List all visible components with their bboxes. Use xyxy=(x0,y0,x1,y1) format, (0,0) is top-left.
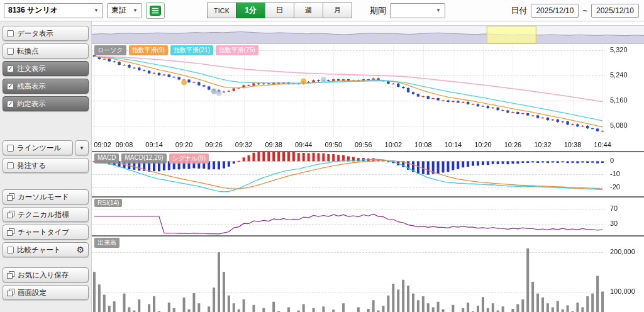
sidebar-spacer xyxy=(3,174,89,188)
checkbox-checked-icon: ✓ xyxy=(7,83,14,90)
windows-icon xyxy=(7,211,14,218)
date-label: 日付 xyxy=(511,5,527,16)
date-from-input[interactable] xyxy=(531,4,579,18)
timeframe-tick-button[interactable]: TICK xyxy=(207,3,236,18)
button-label: 比較チャート xyxy=(17,245,61,255)
chevron-down-icon: ▼ xyxy=(436,8,441,13)
volume-panel: 出来高 xyxy=(92,235,644,312)
time-axis xyxy=(92,138,644,151)
timeframe-day-button[interactable]: 日 xyxy=(265,3,294,18)
date-range-separator: ~ xyxy=(582,6,587,15)
sidebar-item-technical-indicators[interactable]: テクニカル指標 xyxy=(3,207,89,222)
windows-icon xyxy=(7,271,14,279)
date-to-input[interactable] xyxy=(591,4,639,18)
chevron-down-icon: ▼ xyxy=(133,8,138,13)
windows-icon xyxy=(7,193,14,201)
navigator-panel xyxy=(92,25,644,44)
date-range-group: 日付 ~ xyxy=(511,4,640,18)
stock-selector[interactable]: 8136 サンリオ ▼ xyxy=(4,3,103,18)
line-tool-dropdown-button[interactable]: ▼ xyxy=(75,140,89,155)
checkbox-icon xyxy=(7,247,14,254)
volume-chart[interactable] xyxy=(92,237,644,312)
checkbox-checked-icon: ✓ xyxy=(7,65,14,72)
timeframe-group: TICK 1分 日 週 月 xyxy=(208,3,352,18)
sidebar-item-balance-display[interactable]: ✓ 残高表示 xyxy=(3,79,89,94)
exchange-value: 東証 xyxy=(111,5,126,16)
sidebar-item-screen-settings[interactable]: 画面設定 xyxy=(3,285,89,300)
toolbar: 8136 サンリオ ▼ 東証 ▼ TICK 1分 日 週 月 期間 ▼ 日付 ~ xyxy=(0,0,644,21)
list-icon xyxy=(150,6,161,16)
period-label: 期間 xyxy=(370,5,386,16)
sidebar-item-comparison-chart[interactable]: 比較チャート ⚙ xyxy=(3,242,89,257)
button-label: データ表示 xyxy=(17,29,53,38)
sidebar-item-data-display[interactable]: データ表示 xyxy=(3,26,89,41)
checkbox-checked-icon: ✓ xyxy=(7,101,14,108)
sidebar-item-execution-display[interactable]: ✓ 約定表示 xyxy=(3,96,89,111)
sidebar: データ表示 転換点 ✓ 注文表示 ✓ 残高表示 ✓ 約定表示 xyxy=(0,21,92,312)
navigator-chart[interactable] xyxy=(92,26,644,43)
timeframe-month-button[interactable]: 月 xyxy=(323,3,352,18)
button-label: 転換点 xyxy=(17,47,39,56)
button-label: ラインツール xyxy=(17,143,61,153)
checkbox-icon xyxy=(7,30,14,37)
chevron-down-icon: ▼ xyxy=(79,145,84,151)
stock-selector-value: 8136 サンリオ xyxy=(8,5,58,16)
macd-panel: MACD MACD(12,26) シグナル(9) xyxy=(92,151,644,196)
sidebar-item-order-display[interactable]: ✓ 注文表示 xyxy=(3,61,89,76)
button-label: チャートタイプ xyxy=(18,228,69,237)
sidebar-spacer xyxy=(3,259,89,266)
chart-area: ローソク 指数平滑(9) 指数平滑(21) 指数平滑(75) MACD MACD… xyxy=(92,21,644,312)
line-tool-row: ラインツール ▼ xyxy=(3,139,89,157)
checkbox-icon xyxy=(7,145,14,152)
sidebar-spacer xyxy=(3,113,89,139)
rsi-chart[interactable] xyxy=(92,198,644,235)
button-label: 画面設定 xyxy=(18,288,47,298)
chevron-down-icon: ▼ xyxy=(94,8,99,13)
price-panel: ローソク 指数平滑(9) 指数平滑(21) 指数平滑(75) xyxy=(92,44,644,138)
button-label: 注文表示 xyxy=(17,64,46,74)
sidebar-item-turning-point[interactable]: 転換点 xyxy=(3,43,89,58)
stock-chart-app: 8136 サンリオ ▼ 東証 ▼ TICK 1分 日 週 月 期間 ▼ 日付 ~ xyxy=(0,0,644,312)
button-label: 残高表示 xyxy=(17,82,46,91)
price-chart[interactable] xyxy=(92,44,644,138)
sidebar-item-place-order[interactable]: 発注する xyxy=(3,158,89,173)
timeframe-1min-button[interactable]: 1分 xyxy=(236,3,265,18)
timeframe-week-button[interactable]: 週 xyxy=(294,3,323,18)
period-select[interactable]: ▼ xyxy=(390,3,445,18)
button-label: テクニカル指標 xyxy=(18,210,69,220)
sidebar-item-line-tool[interactable]: ラインツール xyxy=(3,140,73,155)
button-label: カーソルモード xyxy=(18,192,69,202)
button-label: 発注する xyxy=(17,161,47,170)
sidebar-item-save-favorite[interactable]: お気に入り保存 xyxy=(3,267,89,282)
checkbox-icon xyxy=(7,48,14,55)
gear-icon[interactable]: ⚙ xyxy=(76,245,84,254)
button-label: 約定表示 xyxy=(17,99,46,109)
macd-chart[interactable] xyxy=(92,152,644,196)
stock-list-button[interactable] xyxy=(146,3,165,19)
rsi-panel: RSI(14) xyxy=(92,196,644,235)
windows-icon xyxy=(7,228,14,236)
exchange-selector[interactable]: 東証 ▼ xyxy=(107,3,142,18)
sidebar-item-cursor-mode[interactable]: カーソルモード xyxy=(3,189,89,204)
button-label: お気に入り保存 xyxy=(18,270,69,280)
checkbox-icon xyxy=(7,162,14,169)
windows-icon xyxy=(7,289,14,296)
sidebar-item-chart-type[interactable]: チャートタイプ xyxy=(3,225,89,240)
time-axis-labels xyxy=(92,138,644,151)
